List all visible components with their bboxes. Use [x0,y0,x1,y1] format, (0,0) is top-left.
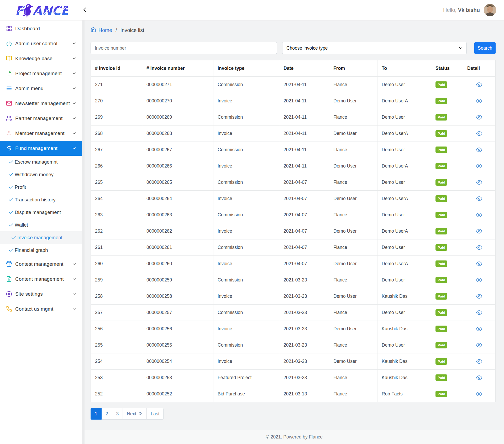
status-badge: Paid [435,228,447,234]
view-detail-button[interactable] [476,228,483,235]
cell-date: 2021-04-07 [279,191,329,207]
sidebar-item-project-management[interactable]: Project management [0,66,82,81]
cell-invoice-type: Invoice [213,288,279,305]
view-detail-button[interactable] [476,195,483,202]
page-item-3: 3 [112,408,123,420]
sidebar-subitem-escrow-managemnt[interactable]: Escrow managemnt [0,156,82,168]
cell-invoice-id: 261 [91,239,142,256]
sidebar-item-label: Fund management [15,145,72,151]
page-link-3[interactable]: 3 [112,408,123,420]
sidebar-item-partner-management[interactable]: Partner management [0,111,82,126]
cell-invoice-type: Commission [213,109,279,126]
cell-detail [463,256,496,272]
cell-status: Paid [431,223,463,239]
page-link-2[interactable]: 2 [101,408,112,420]
bird-icon [22,4,33,18]
view-detail-button[interactable] [476,374,483,381]
view-detail-button[interactable] [476,325,483,332]
cell-date: 2021-04-07 [279,207,329,223]
view-detail-button[interactable] [476,114,483,121]
breadcrumb-home-link[interactable]: Home [91,27,112,34]
sidebar-item-admin-menu[interactable]: Admin menu [0,81,82,96]
sidebar-subitem-financial-graph[interactable]: Financial graph [0,244,82,257]
view-detail-button[interactable] [476,358,483,365]
view-detail-button[interactable] [476,276,483,284]
cell-date: 2021-03-23 [279,321,329,337]
check-icon [8,248,14,253]
chevron-down-icon [72,71,77,76]
sidebar-item-contact-us-mgmt[interactable]: Contact us mgmt. [0,301,82,316]
view-detail-button[interactable] [476,97,483,105]
sidebar-item-dashboard[interactable]: Dashboard [0,21,82,36]
cell-invoice-number: 0000000263 [142,207,213,223]
status-badge: Paid [435,293,447,300]
invoice-table: # Invoice Id# Invoice numberInvoice type… [91,60,496,402]
invoice-type-select[interactable]: Choose invoice type [282,42,467,54]
cell-invoice-id: 263 [91,207,142,223]
cell-invoice-id: 253 [91,370,142,386]
sidebar-item-knowledge-base[interactable]: Knowledge base [0,51,82,66]
sidebar-subitem-invoice-management[interactable]: Invoice management [0,231,82,244]
view-detail-button[interactable] [476,130,483,137]
eye-icon [476,130,482,137]
eye-icon [476,391,482,397]
search-button[interactable]: Search [474,42,496,54]
main-content: Home / Invoice list Choose invoice type … [82,20,504,444]
table-row: 2540000000254Invoice2021-03-23Demo UserK… [91,353,496,370]
sidebar-subitem-withdrawn-money[interactable]: Withdrawn money [0,168,82,181]
view-detail-button[interactable] [476,146,483,153]
cell-date: 2021-04-07 [279,223,329,239]
cell-date: 2021-04-11 [279,109,329,126]
view-detail-button[interactable] [476,211,483,218]
cell-to: Rob Facts [377,386,431,402]
cell-invoice-type: Commission [213,305,279,321]
sidebar-item-contest-management[interactable]: Contest management [0,257,82,271]
sidebar-subitem-transaction-history[interactable]: Transaction history [0,194,82,206]
page-label: 1 [95,411,97,417]
invoice-number-input[interactable] [91,42,277,54]
sidebar-subitem-dispute-management[interactable]: Dispute management [0,206,82,219]
view-detail-button[interactable] [476,309,483,316]
cell-date: 2021-04-11 [279,126,329,142]
sidebar-item-content-management[interactable]: Content management [0,271,82,286]
status-badge: Paid [435,98,447,104]
app-logo[interactable]: F ANCE [16,3,68,18]
status-badge: Paid [435,342,447,348]
table-row: 2610000000261Commission2021-04-07FlanceD… [91,239,496,256]
sidebar-item-site-settings[interactable]: Site settings [0,286,82,301]
view-detail-button[interactable] [476,244,483,251]
user-avatar[interactable] [484,4,496,16]
cell-status: Paid [431,272,463,288]
eye-icon [476,293,482,299]
view-detail-button[interactable] [476,81,483,88]
sidebar-subitem-profit[interactable]: Profit [0,181,82,194]
view-detail-button[interactable] [476,179,483,186]
cell-invoice-number: 0000000266 [142,158,213,174]
view-detail-button[interactable] [476,342,483,349]
sidebar-item-admin-user-control[interactable]: Admin user control [0,36,82,51]
eye-icon [476,196,482,202]
page-link-last[interactable]: Last [146,408,164,420]
page-item-last: Last [147,408,164,420]
page-link-next[interactable]: Next [123,408,147,420]
eye-icon [476,163,482,169]
view-detail-button[interactable] [476,260,483,267]
sidebar-subitem-wallet[interactable]: Wallet [0,219,82,231]
chevron-down-icon [72,291,77,296]
column-header-status: Status [431,60,463,77]
sidebar-subitem-label: Escrow managemnt [15,159,57,165]
status-badge: Paid [435,358,447,365]
sidebar-item-member-management[interactable]: Member management [0,126,82,141]
sidebar-collapse-button[interactable] [80,6,90,15]
sidebar-item-fund-management[interactable]: Fund management [0,141,82,156]
users-icon [6,115,12,121]
cell-to: Kaushik Das [377,288,431,305]
eye-icon [476,98,482,104]
view-detail-button[interactable] [476,163,483,170]
chevron-down-icon [72,131,77,136]
sidebar-item-newsletter-management[interactable]: Newsletter management [0,96,82,111]
view-detail-button[interactable] [476,293,483,300]
cell-from: Flance [329,272,377,288]
page-link-1[interactable]: 1 [91,408,102,420]
view-detail-button[interactable] [476,390,483,398]
